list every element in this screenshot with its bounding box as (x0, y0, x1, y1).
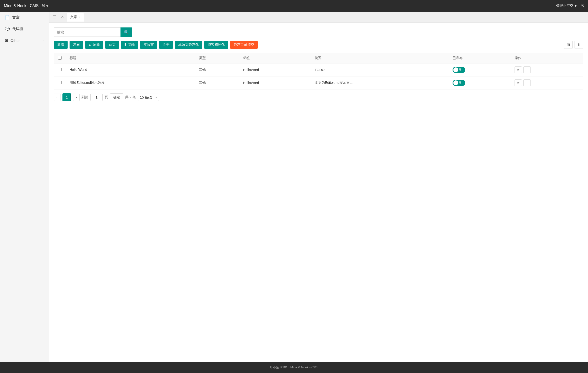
row-2-actions: ✏ ⊟ (511, 76, 583, 89)
footer: 叶不空 ©2018 Mine & Nook - CMS (0, 362, 588, 373)
col-summary: 摘要 (311, 53, 449, 63)
search-icon: 🔍 (124, 30, 129, 34)
sidebar-item-articles-label: 文章 (12, 15, 20, 20)
search-button[interactable]: 🔍 (120, 27, 132, 37)
tab-articles[interactable]: 文章 × (67, 13, 84, 22)
lab-button[interactable]: 实验室 (140, 41, 157, 49)
row-2-title: 测试Editor.md展示效果 (66, 76, 195, 89)
page-unit: 页 (105, 95, 108, 99)
home-button[interactable]: 首页 (105, 41, 119, 49)
row-2-tags: HelloWord (239, 76, 311, 89)
page-confirm-button[interactable]: 确定 (110, 93, 123, 101)
page-content: 🔍 新增 发布 ↻ 刷新 首页 时间轴 实验室 关于 标题页静态化 博客初始化 … (49, 23, 588, 362)
row-1-published: 是 (449, 63, 511, 76)
add-button[interactable]: 新增 (54, 41, 68, 49)
row-2-toggle-label: 是 (458, 81, 461, 85)
row-1-summary: TODO (311, 63, 449, 76)
prev-page-button[interactable]: ‹ (54, 94, 60, 101)
timeline-button[interactable]: 时间轴 (121, 41, 138, 49)
row-1-edit-button[interactable]: ✏ (515, 66, 522, 73)
table-body: Hello World！ 其他 HelloWord TODO 是 (54, 63, 583, 89)
tab-close-icon[interactable]: × (79, 15, 80, 19)
tab-home-icon[interactable]: ⌂ (59, 13, 66, 21)
sidebar-item-articles[interactable]: 📄 文章 (0, 12, 49, 23)
row-2-published: 是 (449, 76, 511, 89)
refresh-icon: ↻ (89, 43, 92, 47)
row-2-toggle[interactable]: 是 (453, 80, 465, 86)
header-right: 管理小空空 ▾ ✉ (556, 3, 584, 9)
row-2-type: 其他 (195, 76, 239, 89)
select-all-cell[interactable] (54, 53, 66, 63)
goto-label: 到第 (82, 95, 88, 99)
total-label: 共 2 条 (125, 95, 136, 99)
articles-table: 标题 类型 标签 摘要 已发布 操作 Hello World！ 其他 (54, 53, 583, 89)
search-input[interactable] (54, 27, 120, 37)
header: Mine & Nook - CMS ⌘ ▾ 管理小空空 ▾ ✉ (0, 0, 588, 12)
row-1-checkbox[interactable] (58, 68, 62, 71)
footer-text: 叶不空 ©2018 Mine & Nook - CMS (270, 365, 319, 369)
tab-articles-label: 文章 (70, 15, 77, 19)
row-2-checkbox-cell[interactable] (54, 76, 66, 89)
main-layout: 📄 文章 💬 代码项 ⊞ Other ‹ ☰ ⌂ 文章 × (0, 12, 588, 362)
about-button[interactable]: 关于 (159, 41, 173, 49)
col-type: 类型 (195, 53, 239, 63)
sidebar-item-other-label: Other (11, 38, 20, 43)
header-left: Mine & Nook - CMS ⌘ ▾ (4, 4, 48, 8)
init-button[interactable]: 博客初始化 (204, 41, 228, 49)
articles-icon: 📄 (5, 15, 10, 20)
row-1-toggle[interactable]: 是 (453, 67, 465, 73)
col-title: 标题 (66, 53, 195, 63)
col-tags: 标签 (239, 53, 311, 63)
row-2-view-button[interactable]: ⊟ (523, 79, 531, 86)
row-1-tags: HelloWord (239, 63, 311, 76)
tab-bar: ☰ ⌂ 文章 × (49, 12, 588, 23)
chevron-left-icon: ‹ (43, 39, 44, 42)
next-page-button[interactable]: › (73, 94, 80, 101)
row-1-actions: ✏ ⊟ (511, 63, 583, 76)
select-all-checkbox[interactable] (58, 56, 62, 60)
upload-icon: ⬆ (577, 43, 580, 47)
send-icon[interactable]: ✉ (580, 3, 584, 9)
row-1-view-button[interactable]: ⊟ (523, 66, 531, 73)
sidebar-item-snippets[interactable]: 💬 代码项 (0, 23, 49, 35)
static-title-button[interactable]: 标题页静态化 (175, 41, 202, 49)
publish-button[interactable]: 发布 (70, 41, 83, 49)
table-container: 标题 类型 标签 摘要 已发布 操作 Hello World！ 其他 (54, 53, 583, 89)
row-1-title: Hello World！ (66, 63, 195, 76)
content: ☰ ⌂ 文章 × 🔍 新增 发布 ↻ 刷新 (49, 12, 588, 362)
per-page-select-wrap: 15 条/页 30 条/页 50 条/页 (138, 94, 159, 101)
col-published: 已发布 (449, 53, 511, 63)
pagination: ‹ 1 › 到第 页 确定 共 2 条 15 条/页 30 条/页 50 条/页 (54, 89, 583, 102)
row-2-edit-button[interactable]: ✏ (515, 79, 522, 86)
grid-icon: ⊞ (567, 43, 570, 47)
user-menu[interactable]: 管理小空空 ▾ (556, 4, 576, 8)
grid-view-button[interactable]: ⊞ (564, 41, 573, 49)
page-1-button[interactable]: 1 (62, 93, 71, 101)
search-bar: 🔍 (54, 27, 132, 37)
row-1-type: 其他 (195, 63, 239, 76)
toolbar: 新增 发布 ↻ 刷新 首页 时间轴 实验室 关于 标题页静态化 博客初始化 静态… (54, 41, 583, 49)
row-2-checkbox[interactable] (58, 81, 62, 84)
page-goto-input[interactable] (90, 94, 103, 101)
sidebar-item-snippets-label: 代码项 (12, 27, 23, 31)
table-row: Hello World！ 其他 HelloWord TODO 是 (54, 63, 583, 76)
row-1-toggle-label: 是 (458, 68, 461, 72)
table-header-row: 标题 类型 标签 摘要 已发布 操作 (54, 53, 583, 63)
upload-button[interactable]: ⬆ (575, 41, 583, 49)
row-1-checkbox-cell[interactable] (54, 63, 66, 76)
row-2-summary: 本文为Editor.md展示文... (311, 76, 449, 89)
per-page-select[interactable]: 15 条/页 30 条/页 50 条/页 (138, 94, 159, 101)
sidebar-item-other[interactable]: ⊞ Other ‹ (0, 35, 49, 46)
snippets-icon: 💬 (5, 27, 10, 31)
col-actions: 操作 (511, 53, 583, 63)
sidebar: 📄 文章 💬 代码项 ⊞ Other ‹ (0, 12, 49, 362)
table-head: 标题 类型 标签 摘要 已发布 操作 (54, 53, 583, 63)
header-menu-icon[interactable]: ⌘ ▾ (41, 4, 48, 8)
clear-button[interactable]: 静态目录清空 (230, 41, 258, 49)
other-icon: ⊞ (5, 38, 8, 43)
refresh-button[interactable]: ↻ 刷新 (85, 41, 103, 49)
app-title: Mine & Nook - CMS (4, 4, 38, 8)
tab-menu-icon[interactable]: ☰ (51, 13, 58, 21)
table-row: 测试Editor.md展示效果 其他 HelloWord 本文为Editor.m… (54, 76, 583, 89)
